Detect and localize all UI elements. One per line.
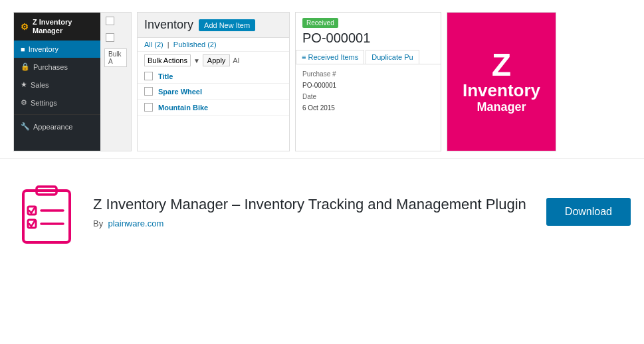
received-items-tab[interactable]: ≡ Received Items	[296, 50, 364, 64]
plugin-icon-svg	[13, 179, 80, 245]
sidebar-nav: ■ Inventory 🔒 Purchases ★ Sales ⚙ Settin…	[14, 41, 100, 135]
dropdown-arrow-icon: ▼	[193, 57, 200, 64]
tab2-label: Duplicate Pu	[372, 53, 413, 61]
plugin-icon	[13, 179, 80, 245]
checkbox-row-1	[100, 13, 131, 29]
settings-icon: ⚙	[21, 98, 27, 107]
inventory-filters: All (2) | Published (2)	[138, 38, 289, 52]
inventory-label: Inventory	[29, 45, 58, 53]
purchase-value: PO-000001	[302, 82, 336, 89]
po-tabs: ≡ Received Items Duplicate Pu	[296, 50, 441, 64]
date-value-row: 6 Oct 2015	[296, 102, 441, 114]
admin-sidebar: ⚙ Z Inventory Manager ■ Inventory 🔒 Purc…	[14, 13, 100, 151]
date-label-row: Date	[296, 91, 441, 102]
purchases-label: Purchases	[33, 63, 68, 71]
author-link[interactable]: plainware.com	[108, 218, 163, 228]
panel-content-col: Bulk A	[100, 13, 131, 151]
table-row: Mountain Bike	[138, 100, 289, 116]
purchase-number-row: Purchase #	[296, 68, 441, 80]
sidebar-item-appearance[interactable]: 🔧 Appearance	[14, 118, 100, 135]
sidebar-item-sales[interactable]: ★ Sales	[14, 76, 100, 94]
purchase-value-row: PO-000001	[296, 80, 441, 91]
status-badge: Received	[302, 18, 338, 28]
plugin-name: Z Inventory Manager – Inventory Tracking…	[93, 195, 533, 215]
date-label: Date	[302, 93, 349, 100]
filter-all[interactable]: All (2)	[144, 41, 163, 48]
row2-checkbox[interactable]	[144, 103, 153, 112]
panel-po-screenshot: Received PO-000001 ≡ Received Items Dupl…	[295, 12, 441, 151]
nav-divider	[14, 114, 100, 115]
tab1-label: ≡ Received Items	[302, 53, 358, 61]
checkbox-1[interactable]	[106, 17, 114, 25]
appearance-label: Appearance	[33, 123, 72, 131]
z-letter: Z	[463, 49, 540, 81]
po-number: PO-000001	[296, 31, 441, 50]
sales-label: Sales	[31, 81, 49, 89]
screenshots-row: ⚙ Z Inventory Manager ■ Inventory 🔒 Purc…	[0, 0, 644, 158]
apply-button[interactable]: Apply	[203, 54, 231, 66]
sidebar-title: Z Inventory Manager	[33, 18, 94, 35]
panel-inventory-screenshot: Inventory Add New Item All (2) | Publish…	[137, 12, 290, 151]
sidebar-item-settings[interactable]: ⚙ Settings	[14, 94, 100, 112]
sidebar-item-inventory[interactable]: ■ Inventory	[14, 41, 100, 58]
plugin-details: Z Inventory Manager – Inventory Tracking…	[93, 195, 533, 228]
bulk-actions-text: Bulk A	[104, 48, 127, 67]
sales-icon: ★	[21, 80, 27, 89]
panel-admin-screenshot: ⚙ Z Inventory Manager ■ Inventory 🔒 Purc…	[13, 12, 132, 151]
bulk-actions-bar: Bulk A	[100, 46, 131, 70]
brand-logo: Z Inventory Manager	[463, 49, 540, 114]
settings-label: Settings	[31, 99, 57, 107]
duplicate-purchase-tab[interactable]: Duplicate Pu	[366, 50, 419, 64]
svg-rect-0	[23, 191, 70, 242]
inventory-title: Inventory	[144, 18, 193, 32]
sidebar-item-purchases[interactable]: 🔒 Purchases	[14, 58, 100, 76]
all-label: Al	[233, 56, 239, 64]
plugin-info-section: Z Inventory Manager – Inventory Tracking…	[0, 158, 644, 258]
date-value: 6 Oct 2015	[302, 104, 335, 112]
panel-brand-screenshot: Z Inventory Manager	[447, 12, 556, 151]
bulk-actions-select[interactable]: Bulk Actions	[144, 54, 191, 66]
inventory-text: Inventory	[463, 81, 540, 100]
gear-icon: ⚙	[21, 22, 29, 32]
table-row: Spare Wheel	[138, 84, 289, 100]
row2-title[interactable]: Mountain Bike	[158, 104, 208, 112]
checkbox-2[interactable]	[106, 33, 114, 42]
author-prefix: By	[93, 218, 103, 228]
inventory-toolbar: Bulk Actions ▼ Apply Al	[138, 52, 289, 69]
table-header: Title	[138, 69, 289, 84]
inventory-icon: ■	[21, 45, 25, 53]
title-column-header: Title	[158, 72, 173, 80]
filter-published[interactable]: Published (2)	[173, 41, 217, 48]
purchase-label: Purchase #	[302, 70, 349, 78]
add-new-item-button[interactable]: Add New Item	[199, 19, 255, 31]
purchases-icon: 🔒	[21, 62, 30, 71]
manager-text: Manager	[463, 100, 540, 115]
table-header-checkbox[interactable]	[144, 72, 153, 80]
plugin-author: By plainware.com	[93, 218, 533, 228]
row1-checkbox[interactable]	[144, 87, 153, 96]
checkbox-row-2	[100, 29, 131, 46]
sidebar-header: ⚙ Z Inventory Manager	[14, 13, 100, 41]
row1-title[interactable]: Spare Wheel	[158, 88, 202, 96]
appearance-icon: 🔧	[21, 122, 30, 131]
download-button[interactable]: Download	[546, 198, 631, 226]
inventory-header: Inventory Add New Item	[138, 13, 289, 38]
